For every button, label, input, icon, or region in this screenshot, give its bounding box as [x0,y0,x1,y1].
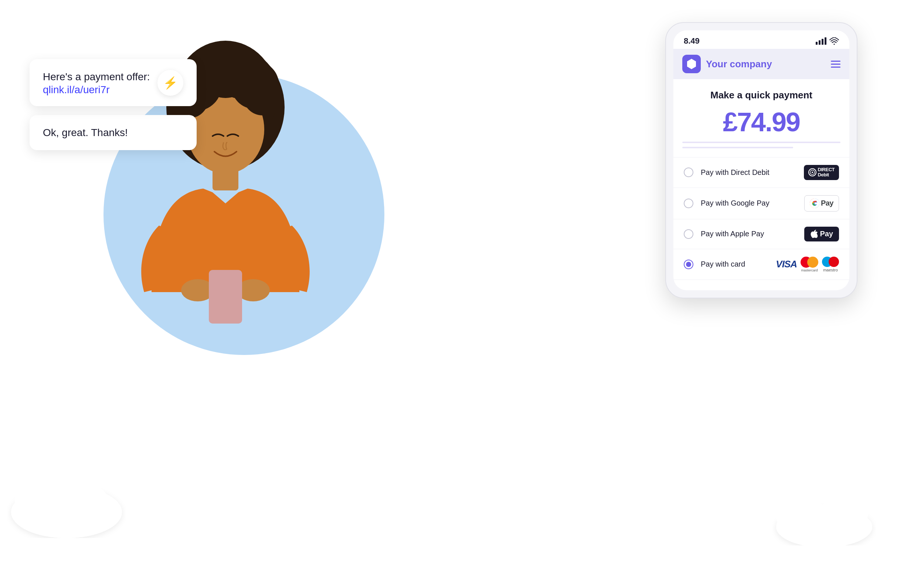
signal-icon [816,37,826,45]
lightning-icon: ⚡ [157,70,183,96]
phone-screen: 8.49 [674,30,850,290]
phone-frame: 8.49 [665,22,857,299]
radio-direct-debit[interactable] [684,167,693,177]
chat-container: Here's a payment offer: qlink.il/a/ueri7… [30,59,197,150]
divider-short [682,147,793,148]
chat-bubble-2-text: Ok, great. Thanks! [43,125,128,140]
card-label: Pay with card [701,260,745,268]
visa-logo: VISA [776,259,797,270]
company-logo [682,55,701,73]
menu-icon[interactable] [831,60,840,68]
status-icons [816,37,839,45]
chat-bubble-2: Ok, great. Thanks! [30,115,197,150]
svg-point-19 [243,77,282,115]
wifi-icon [829,37,839,45]
payment-amount: £74.99 [674,104,850,139]
google-g-icon [810,199,819,208]
payment-title: Make a quick payment [674,79,850,104]
status-time: 8.49 [684,36,700,46]
direct-debit-logo: DIRECTDebit [804,165,839,180]
card-logos: VISA mastercard [776,257,839,272]
divider-full [682,141,840,143]
svg-point-3 [37,477,89,518]
payment-option-google-pay[interactable]: Pay with Google Pay [674,187,850,219]
maestro-logo: maestro [822,257,839,272]
cloud-bottom-right [772,486,876,545]
phone-container: 8.49 [665,22,857,299]
payment-option-direct-debit[interactable]: Pay with Direct Debit DIRECTDebit [674,157,850,187]
chat-bubble-1: Here's a payment offer: qlink.il/a/ueri7… [30,59,197,106]
chat-link[interactable]: qlink.il/a/ueri7r [43,84,150,96]
payment-option-card[interactable]: Pay with card VISA mastercard [674,249,850,280]
page-container: Here's a payment offer: qlink.il/a/ueri7… [0,0,924,575]
radio-google-pay[interactable] [684,199,693,208]
payment-option-apple-pay[interactable]: Pay with Apple Pay Pay [674,219,850,249]
radio-card[interactable] [684,260,693,269]
divider-container [674,139,850,154]
svg-rect-20 [212,165,238,191]
svg-point-27 [811,172,813,173]
apple-pay-logo: Pay [804,227,839,241]
svg-rect-23 [209,270,242,324]
google-pay-logo: Pay [804,195,839,211]
cloud-bottom-left [7,464,126,538]
status-bar: 8.49 [674,30,850,49]
app-header: Your company [674,49,850,79]
svg-point-24 [834,44,835,45]
svg-point-6 [33,219,71,248]
svg-marker-25 [687,59,696,69]
app-logo-area: Your company [682,55,772,73]
chat-bubble-1-text: Here's a payment offer: [43,70,150,84]
svg-point-9 [818,497,868,534]
company-name: Your company [706,59,772,70]
apple-icon [810,230,818,238]
hexagon-icon [686,58,697,70]
mastercard-text: mastercard [801,268,818,272]
mastercard-logo: mastercard [800,257,818,272]
cloud-mid-left [0,207,74,259]
apple-pay-label: Pay with Apple Pay [701,230,764,238]
payment-options: Pay with Direct Debit DIRECTDebit [674,154,850,283]
direct-debit-label: Pay with Direct Debit [701,168,770,177]
maestro-text: maestro [823,268,838,272]
radio-apple-pay[interactable] [684,229,693,239]
google-pay-label: Pay with Google Pay [701,199,770,207]
